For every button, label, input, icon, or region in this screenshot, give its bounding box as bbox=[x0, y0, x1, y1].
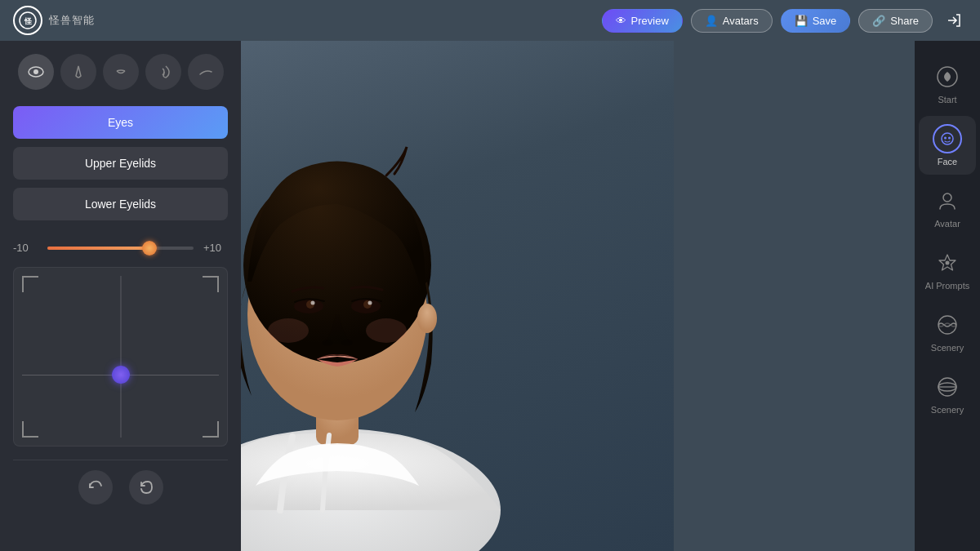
upper-eyelids-button[interactable]: Upper Eyelids bbox=[13, 147, 228, 180]
avatar-icon bbox=[933, 186, 962, 216]
scenery2-label: Scenery bbox=[931, 405, 964, 415]
eyes-option-button[interactable]: Eyes bbox=[13, 106, 228, 139]
slider-track[interactable] bbox=[47, 247, 194, 250]
svg-point-21 bbox=[944, 137, 947, 140]
corner-bl bbox=[22, 421, 38, 438]
slider-max-label: +10 bbox=[203, 242, 228, 254]
save-icon: 💾 bbox=[795, 15, 808, 27]
slider-thumb[interactable] bbox=[142, 241, 157, 256]
sidebar-item-ai-prompts[interactable]: AI Prompts bbox=[919, 240, 976, 299]
share-label: Share bbox=[890, 15, 919, 27]
sidebar-item-avatar[interactable]: Avatar bbox=[919, 178, 976, 237]
svg-point-25 bbox=[938, 316, 956, 334]
2d-control-area[interactable] bbox=[13, 267, 228, 447]
svg-point-13 bbox=[341, 340, 353, 346]
header-buttons: 👁 Preview 👤 Avatars 💾 Save 🔗 Share bbox=[602, 7, 967, 33]
bottom-actions bbox=[13, 460, 228, 514]
svg-point-10 bbox=[310, 301, 314, 305]
avatars-button[interactable]: 👤 Avatars bbox=[691, 9, 773, 33]
svg-point-12 bbox=[322, 340, 333, 346]
svg-point-20 bbox=[942, 133, 953, 144]
lower-eyelids-label: Lower Eyelids bbox=[85, 198, 156, 211]
share-button[interactable]: 🔗 Share bbox=[858, 9, 933, 33]
scenery1-label: Scenery bbox=[931, 343, 964, 353]
tab-ear[interactable] bbox=[145, 54, 181, 90]
logo: 怪 怪兽智能 bbox=[13, 6, 95, 35]
svg-point-11 bbox=[368, 301, 372, 305]
svg-point-14 bbox=[268, 318, 309, 343]
header: 怪 怪兽智能 👁 Preview 👤 Avatars 💾 Save 🔗 Shar… bbox=[0, 0, 980, 41]
sidebar-item-scenery1[interactable]: Scenery bbox=[919, 302, 976, 361]
face-label: Face bbox=[938, 157, 957, 167]
ai-prompts-icon bbox=[933, 248, 962, 278]
avatars-icon: 👤 bbox=[705, 15, 718, 27]
preview-button[interactable]: 👁 Preview bbox=[602, 9, 683, 33]
scenery1-icon bbox=[933, 310, 962, 340]
main-area: Eyes Upper Eyelids Lower Eyelids -10 +10 bbox=[0, 41, 980, 551]
ai-prompts-label: AI Prompts bbox=[925, 281, 969, 291]
svg-point-23 bbox=[943, 193, 951, 202]
corner-br bbox=[203, 421, 219, 438]
svg-point-24 bbox=[946, 261, 950, 265]
svg-text:怪: 怪 bbox=[24, 17, 33, 25]
slider-fill bbox=[47, 247, 149, 250]
avatars-label: Avatars bbox=[723, 15, 759, 27]
sidebar-item-face[interactable]: Face bbox=[919, 116, 976, 175]
start-label: Start bbox=[938, 95, 956, 104]
tab-mouth[interactable] bbox=[103, 54, 139, 90]
preview-label: Preview bbox=[631, 15, 669, 27]
tab-brow[interactable] bbox=[188, 54, 224, 90]
tab-eye[interactable] bbox=[18, 54, 54, 90]
crosshair-vertical bbox=[120, 276, 121, 438]
save-label: Save bbox=[813, 15, 837, 27]
slider-min-label: -10 bbox=[13, 242, 38, 254]
editor-container: Eyes Upper Eyelids Lower Eyelids -10 +10 bbox=[0, 41, 241, 551]
corner-tr bbox=[203, 276, 219, 292]
corner-tl bbox=[22, 276, 38, 292]
undo-button[interactable] bbox=[129, 470, 163, 504]
svg-point-18 bbox=[33, 69, 38, 74]
upper-eyelids-label: Upper Eyelids bbox=[85, 157, 156, 170]
logo-text: 怪兽智能 bbox=[49, 13, 95, 28]
share-icon: 🔗 bbox=[872, 15, 885, 27]
svg-point-15 bbox=[366, 318, 407, 343]
reset-button[interactable] bbox=[78, 470, 113, 504]
exit-button[interactable] bbox=[941, 7, 967, 33]
face-icon bbox=[933, 124, 962, 153]
control-dot[interactable] bbox=[112, 366, 130, 384]
eyes-option-label: Eyes bbox=[108, 116, 133, 129]
scenery2-icon bbox=[933, 372, 962, 402]
save-button[interactable]: 💾 Save bbox=[781, 9, 851, 33]
sidebar: Start Face bbox=[915, 41, 980, 551]
tab-nose[interactable] bbox=[60, 54, 96, 90]
logo-icon: 怪 bbox=[13, 6, 42, 35]
feature-tabs bbox=[13, 54, 228, 90]
lower-eyelids-button[interactable]: Lower Eyelids bbox=[13, 188, 228, 220]
start-icon bbox=[933, 62, 962, 91]
sidebar-item-scenery2[interactable]: Scenery bbox=[919, 364, 976, 423]
svg-point-16 bbox=[417, 304, 437, 333]
slider-section: -10 +10 bbox=[13, 242, 228, 254]
avatar-label: Avatar bbox=[934, 219, 960, 229]
svg-point-22 bbox=[948, 137, 951, 140]
sidebar-item-start[interactable]: Start bbox=[919, 54, 976, 113]
preview-icon: 👁 bbox=[616, 15, 626, 27]
